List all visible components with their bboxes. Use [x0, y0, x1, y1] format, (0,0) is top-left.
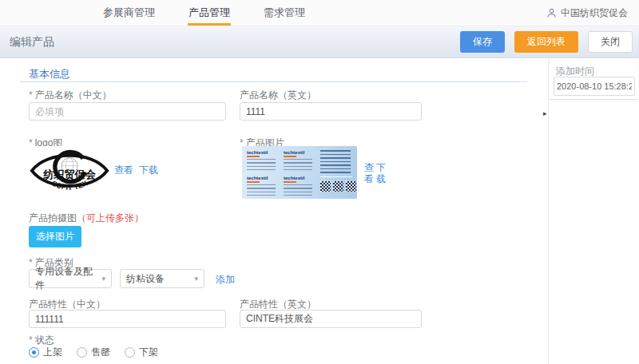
- choose-image-button[interactable]: 选择图片: [29, 226, 81, 247]
- qr-code-icon: [346, 181, 356, 192]
- product-image-text-block: techtextil: [247, 176, 280, 196]
- chevron-down-icon: ▾: [101, 275, 105, 283]
- status-option-on-shelf[interactable]: 上架: [29, 346, 62, 359]
- right-sidebar: 添加时间: [548, 58, 639, 364]
- product-name-cn-label: *产品名称（中文）: [29, 89, 112, 102]
- add-time-card: 添加时间: [550, 60, 638, 100]
- product-image-qr-codes: [320, 181, 356, 192]
- radio-icon: [29, 347, 39, 358]
- back-to-list-button[interactable]: 返回列表: [514, 31, 578, 53]
- nav-tab-product-management[interactable]: 产品管理: [186, 0, 232, 26]
- chevron-down-icon: ▾: [194, 275, 198, 283]
- user-icon: [546, 8, 557, 18]
- required-mark: *: [29, 334, 33, 346]
- radio-icon: [125, 347, 135, 358]
- edit-product-form: 基本信息 *产品名称（中文） 产品名称（英文） *logo图 纺织贸促会 CCP…: [0, 58, 545, 364]
- product-image-text-block: techtextil: [247, 150, 280, 170]
- section-title-basic-info: 基本信息: [29, 67, 70, 81]
- logo-image: 纺织贸促会 CCPIT TEX: [29, 146, 110, 200]
- product-image-download-link[interactable]: 下载: [375, 162, 387, 184]
- multi-upload-hint: （可上传多张）: [77, 212, 144, 224]
- product-image-view-link[interactable]: 查看: [363, 162, 375, 184]
- product-image-contact-block: [320, 150, 352, 177]
- required-mark: *: [29, 89, 33, 101]
- product-name-cn-input[interactable]: [29, 102, 226, 121]
- nav-tabs: 参展商管理 产品管理 需求管理: [101, 0, 308, 26]
- required-mark: *: [29, 257, 33, 268]
- status-option-off-shelf[interactable]: 下架: [125, 346, 158, 359]
- product-image-text-block: techtextil: [284, 150, 317, 170]
- user-menu[interactable]: 中国纺织贸促会: [546, 6, 639, 20]
- qr-code-icon: [320, 181, 331, 192]
- logo-download-link[interactable]: 下载: [139, 164, 158, 177]
- feature-en-input[interactable]: [240, 310, 422, 328]
- user-name: 中国纺织贸促会: [561, 6, 628, 20]
- product-image-text-block: techtextil: [284, 176, 317, 196]
- action-buttons: 保存 返回列表 关闭: [460, 31, 639, 53]
- category-select-secondary[interactable]: 纺粘设备 ▾: [120, 269, 204, 288]
- add-time-input[interactable]: [554, 77, 635, 96]
- ccpit-tex-logo-graphic: 纺织贸促会 CCPIT TEX: [29, 146, 110, 200]
- product-name-en-label: 产品名称（英文）: [240, 89, 316, 102]
- status-radio-group: 上架 售罄 下架: [29, 346, 173, 359]
- top-nav: 参展商管理 产品管理 需求管理 中国纺织贸促会: [0, 0, 639, 26]
- add-category-link[interactable]: 添加: [216, 273, 235, 287]
- app-window: 参展商管理 产品管理 需求管理 中国纺织贸促会 编辑产品 保存 返回列表 关闭 …: [0, 0, 639, 364]
- nav-tab-exhibitor-management[interactable]: 参展商管理: [101, 0, 157, 26]
- radio-icon: [77, 347, 87, 358]
- page-title: 编辑产品: [10, 35, 54, 49]
- page-action-bar: 编辑产品 保存 返回列表 关闭: [0, 26, 639, 58]
- svg-text:纺织贸促会: 纺织贸促会: [42, 168, 97, 180]
- product-shots-label: 产品拍摄图（可上传多张）: [29, 212, 144, 225]
- sidebar-collapse-arrow-icon[interactable]: ▸: [543, 110, 547, 117]
- product-image: techtextil techtextil techtextil techtex…: [242, 146, 357, 199]
- product-name-en-input[interactable]: [240, 102, 422, 121]
- nav-tab-demand-management[interactable]: 需求管理: [261, 0, 308, 26]
- section-divider: [20, 81, 527, 82]
- logo-view-link[interactable]: 查看: [114, 164, 133, 177]
- category-select-primary[interactable]: 专用设备及配件 ▾: [29, 269, 112, 288]
- feature-cn-input[interactable]: [29, 310, 226, 328]
- close-button[interactable]: 关闭: [588, 31, 633, 53]
- status-option-sold-out[interactable]: 售罄: [77, 346, 110, 359]
- save-button[interactable]: 保存: [460, 31, 505, 53]
- qr-code-icon: [333, 181, 343, 192]
